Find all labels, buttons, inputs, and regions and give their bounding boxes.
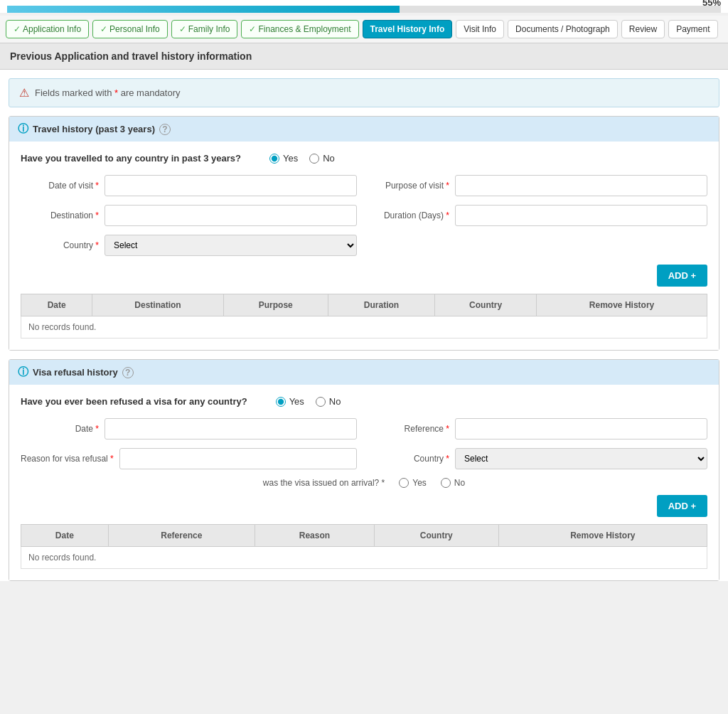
progress-bar xyxy=(7,6,721,13)
tab-finances-employment[interactable]: ✓Finances & Employment xyxy=(241,20,358,38)
visa-country-select[interactable]: Select xyxy=(455,448,707,469)
date-of-visit-label: Date of visit * xyxy=(21,181,99,191)
travel-history-panel: ⓘ Travel history (past 3 years) ? Have y… xyxy=(9,116,719,351)
table-row: No records found. xyxy=(21,547,707,569)
tab-review[interactable]: Review xyxy=(621,20,665,38)
table-header-date: Date xyxy=(21,294,92,316)
tab-documents-photograph[interactable]: Documents / Photograph xyxy=(508,20,618,38)
visa-form-grid: Date * Reference * Reason for visa refus… xyxy=(21,418,707,469)
tab-family-info[interactable]: ✓Family Info xyxy=(171,20,238,38)
visa-add-btn-container: ADD + xyxy=(21,495,707,517)
visa-issued-no-radio[interactable] xyxy=(441,478,451,488)
mandatory-notice: ⚠ Fields marked with * are mandatory xyxy=(9,78,719,107)
tab-payment[interactable]: Payment xyxy=(668,20,717,38)
visa-refusal-table: Date Reference Reason Country Remove His… xyxy=(21,524,707,569)
travel-history-header: ⓘ Travel history (past 3 years) ? xyxy=(9,117,719,142)
purpose-of-visit-field: Purpose of visit * xyxy=(371,175,707,196)
visa-reference-label: Reference * xyxy=(371,424,449,434)
visa-issued-yes-option[interactable]: Yes xyxy=(399,478,427,488)
travel-no-label: No xyxy=(323,153,335,164)
travel-no-option[interactable]: No xyxy=(309,153,335,164)
tab-visit-info[interactable]: Visit Info xyxy=(456,20,504,38)
visa-issued-yes-radio[interactable] xyxy=(399,478,409,488)
travel-question-text: Have you travelled to any country in pas… xyxy=(21,153,241,164)
travel-form-grid: Date of visit * Purpose of visit * Desti… xyxy=(21,175,707,256)
visa-no-radio[interactable] xyxy=(316,397,326,407)
visa-table-header-remove: Remove History xyxy=(498,525,707,547)
visa-date-label: Date * xyxy=(21,424,99,434)
main-content: Previous Application and travel history … xyxy=(0,43,728,581)
visa-question-row: Have you ever been refused a visa for an… xyxy=(21,396,707,407)
progress-label: 55% xyxy=(702,0,721,8)
visa-add-button[interactable]: ADD + xyxy=(657,495,707,517)
visa-no-option[interactable]: No xyxy=(316,396,341,407)
progress-container: 55% xyxy=(0,0,728,13)
travel-add-button[interactable]: ADD + xyxy=(657,265,707,287)
country-label: Country * xyxy=(21,240,99,250)
visa-table-header-country: Country xyxy=(374,525,498,547)
visa-table-header-reference: Reference xyxy=(108,525,255,547)
visa-issued-row: was the visa issued on arrival? * Yes No xyxy=(21,478,707,488)
visa-reference-input[interactable] xyxy=(455,418,707,439)
date-of-visit-field: Date of visit * xyxy=(21,175,357,196)
table-header-remove: Remove History xyxy=(537,294,707,316)
visa-yes-option[interactable]: Yes xyxy=(276,396,304,407)
table-header-duration: Duration xyxy=(328,294,434,316)
table-header-purpose: Purpose xyxy=(223,294,328,316)
visa-yes-no-group: Yes No xyxy=(276,396,341,407)
visa-date-input[interactable] xyxy=(105,418,357,439)
purpose-of-visit-input[interactable] xyxy=(455,175,707,196)
travel-history-body: Have you travelled to any country in pas… xyxy=(9,142,719,350)
duration-input[interactable] xyxy=(455,205,707,226)
tabs-bar: ✓Application Info ✓Personal Info ✓Family… xyxy=(0,16,728,43)
info-icon: ⓘ xyxy=(18,122,28,136)
visa-table-header-date: Date xyxy=(21,525,109,547)
travel-yes-no-group: Yes No xyxy=(269,153,335,164)
visa-refusal-body: Have you ever been refused a visa for an… xyxy=(9,385,719,580)
visa-date-field: Date * xyxy=(21,418,357,439)
tab-application-info[interactable]: ✓Application Info xyxy=(6,20,89,38)
visa-reason-input[interactable] xyxy=(119,448,357,469)
visa-refusal-header: ⓘ Visa refusal history ? xyxy=(9,360,719,385)
no-records-text: No records found. xyxy=(21,316,707,339)
travel-yes-label: Yes xyxy=(283,153,298,164)
visa-no-records-text: No records found. xyxy=(21,547,707,569)
visa-info-icon: ⓘ xyxy=(18,366,28,379)
visa-country-label: Country * xyxy=(371,454,449,464)
progress-fill xyxy=(7,6,400,13)
travel-help-icon[interactable]: ? xyxy=(159,124,171,135)
travel-history-title: Travel history (past 3 years) xyxy=(33,124,155,134)
table-header-country: Country xyxy=(435,294,537,316)
travel-no-radio[interactable] xyxy=(309,154,319,164)
destination-input[interactable] xyxy=(105,205,357,226)
visa-issued-no-label: No xyxy=(454,478,465,488)
visa-question-text: Have you ever been refused a visa for an… xyxy=(21,396,247,407)
visa-table-header-reason: Reason xyxy=(255,525,374,547)
tab-personal-info[interactable]: ✓Personal Info xyxy=(92,20,168,38)
destination-field: Destination * xyxy=(21,205,357,226)
visa-refusal-panel: ⓘ Visa refusal history ? Have you ever b… xyxy=(9,359,719,581)
tab-travel-history-info[interactable]: Travel History Info xyxy=(363,20,453,38)
travel-yes-option[interactable]: Yes xyxy=(269,153,298,164)
page-title: Previous Application and travel history … xyxy=(0,43,728,70)
travel-question-row: Have you travelled to any country in pas… xyxy=(21,153,707,164)
purpose-of-visit-label: Purpose of visit * xyxy=(371,181,449,191)
table-header-destination: Destination xyxy=(92,294,223,316)
destination-label: Destination * xyxy=(21,211,99,220)
travel-yes-radio[interactable] xyxy=(269,154,279,164)
visa-yes-radio[interactable] xyxy=(276,397,286,407)
visa-reference-field: Reference * xyxy=(371,418,707,439)
travel-add-btn-container: ADD + xyxy=(21,265,707,287)
visa-reason-field: Reason for visa refusal * xyxy=(21,448,357,469)
visa-issued-no-option[interactable]: No xyxy=(441,478,465,488)
visa-country-field: Country * Select xyxy=(371,448,707,469)
travel-history-table: Date Destination Purpose Duration Countr… xyxy=(21,294,707,339)
visa-issued-label: was the visa issued on arrival? * xyxy=(263,478,385,488)
visa-yes-label: Yes xyxy=(289,396,304,407)
table-row: No records found. xyxy=(21,316,707,339)
country-select[interactable]: Select xyxy=(105,235,357,256)
visa-issued-yes-label: Yes xyxy=(412,478,427,488)
visa-help-icon[interactable]: ? xyxy=(122,367,134,378)
visa-no-label: No xyxy=(329,396,341,407)
date-of-visit-input[interactable] xyxy=(105,175,357,196)
